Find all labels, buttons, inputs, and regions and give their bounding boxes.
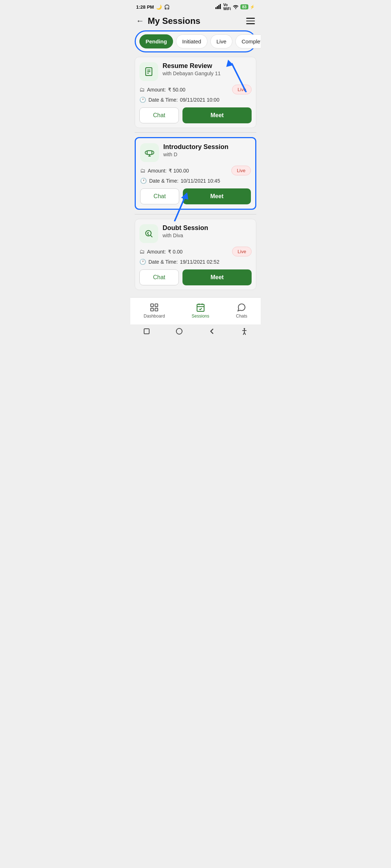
session-meta-amount-3: 🗂 Amount: ₹ 0.00 Live xyxy=(139,247,252,256)
amount-value-1: ₹ 50.00 xyxy=(168,87,185,93)
header: ← My Sessions xyxy=(130,12,261,30)
session-actions-1: Chat Meet xyxy=(139,107,252,123)
svg-rect-23 xyxy=(197,304,204,311)
status-badge-3: Live xyxy=(232,247,252,256)
svg-point-4 xyxy=(235,8,236,9)
session-subtitle-3: with Diva xyxy=(163,233,252,238)
dashboard-label: Dashboard xyxy=(144,314,165,319)
chat-button-1[interactable]: Chat xyxy=(139,107,179,123)
amount-icon-1: 🗂 xyxy=(139,86,145,93)
session-info-3: Doubt Session with Diva xyxy=(163,224,252,238)
meet-button-2[interactable]: Meet xyxy=(183,188,251,204)
datetime-icon-3: 🕐 xyxy=(139,259,146,265)
datetime-value-1: 09/11/2021 10:00 xyxy=(180,97,219,103)
session-actions-2: Chat Meet xyxy=(140,188,251,204)
svg-point-28 xyxy=(176,328,182,334)
datetime-value-2: 10/11/2021 10:45 xyxy=(181,178,220,184)
time-display: 1:28 PM xyxy=(136,4,154,10)
headphone-icon: 🎧 xyxy=(164,4,170,10)
vo-wifi-label: VoWiFi xyxy=(223,3,231,11)
svg-point-18 xyxy=(148,235,148,235)
tabs-container: Pending Initiated Live Completed xyxy=(135,30,256,52)
amount-value-3: ₹ 0.00 xyxy=(168,249,182,255)
status-bar: 1:28 PM 🌙 🎧 VoWiFi 83 ⚡ xyxy=(130,0,261,12)
divider-2 xyxy=(135,214,256,214)
system-circle-button[interactable] xyxy=(175,327,183,335)
status-left: 1:28 PM 🌙 🎧 xyxy=(136,4,170,10)
signal-icon xyxy=(215,4,222,10)
session-card-1: Resume Review with Debayan Ganguly 11 🗂 … xyxy=(135,57,256,128)
svg-rect-3 xyxy=(220,4,221,9)
amount-icon-2: 🗂 xyxy=(140,167,146,174)
wifi-icon xyxy=(232,4,239,10)
tab-live[interactable]: Live xyxy=(210,34,233,48)
tab-pending[interactable]: Pending xyxy=(139,34,173,48)
nav-dashboard[interactable]: Dashboard xyxy=(136,301,172,320)
page-wrapper: 1:28 PM 🌙 🎧 VoWiFi 83 ⚡ ← My Sessions xyxy=(130,0,261,339)
session-icon-2 xyxy=(140,143,159,162)
session-info-2: Introductory Session with D xyxy=(163,143,251,157)
sessions-list: Resume Review with Debayan Ganguly 11 🗂 … xyxy=(130,57,261,294)
nav-sessions[interactable]: Sessions xyxy=(184,301,216,320)
session-subtitle-1: with Debayan Ganguly 11 xyxy=(163,71,252,76)
dashboard-icon xyxy=(150,303,159,312)
svg-rect-20 xyxy=(155,304,158,307)
svg-rect-19 xyxy=(151,304,154,307)
tab-completed[interactable]: Completed xyxy=(235,34,261,48)
datetime-label-2: Date & Time: xyxy=(149,178,178,184)
datetime-icon-1: 🕐 xyxy=(139,97,146,103)
datetime-row-3: 🕐 Date & Time: 19/11/2021 02:52 xyxy=(139,259,252,265)
session-header-1: Resume Review with Debayan Ganguly 11 xyxy=(139,62,252,81)
sessions-icon xyxy=(196,303,205,312)
system-back-button[interactable] xyxy=(208,327,216,335)
chat-button-2[interactable]: Chat xyxy=(140,188,179,204)
charging-icon: ⚡ xyxy=(250,5,255,9)
amount-row-3: 🗂 Amount: ₹ 0.00 xyxy=(139,248,182,255)
datetime-row-1: 🕐 Date & Time: 09/11/2021 10:00 xyxy=(139,97,252,103)
datetime-label-3: Date & Time: xyxy=(148,259,178,265)
session-title-3: Doubt Session xyxy=(163,224,252,232)
datetime-row-2: 🕐 Date & Time: 10/11/2021 10:45 xyxy=(140,178,251,184)
session-card-3: Doubt Session with Diva 🗂 Amount: ₹ 0.00… xyxy=(135,219,256,290)
header-left: ← My Sessions xyxy=(136,16,200,26)
session-meta-amount-2: 🗂 Amount: ₹ 100.00 Live xyxy=(140,166,251,175)
session-meta-amount-1: 🗂 Amount: ₹ 50.00 Live xyxy=(139,85,252,94)
amount-label-2: Amount: xyxy=(148,168,167,174)
session-title-1: Resume Review xyxy=(163,62,252,70)
divider-1 xyxy=(135,132,256,133)
svg-rect-21 xyxy=(151,308,154,311)
svg-rect-1 xyxy=(217,6,218,9)
menu-button[interactable] xyxy=(246,18,255,24)
amount-row-1: 🗂 Amount: ₹ 50.00 xyxy=(139,86,185,93)
amount-label-3: Amount: xyxy=(147,249,166,255)
amount-label-1: Amount: xyxy=(147,87,166,93)
tab-initiated[interactable]: Initiated xyxy=(176,34,207,48)
sessions-label: Sessions xyxy=(192,314,209,319)
battery-icon: 83 xyxy=(240,4,248,9)
status-badge-1: Live xyxy=(232,85,252,94)
system-accessibility-button[interactable] xyxy=(240,327,248,335)
page-title: My Sessions xyxy=(148,16,200,26)
svg-rect-27 xyxy=(144,329,149,334)
amount-value-2: ₹ 100.00 xyxy=(169,168,189,174)
nav-chats[interactable]: Chats xyxy=(229,301,255,320)
meet-button-1[interactable]: Meet xyxy=(182,107,252,123)
datetime-icon-2: 🕐 xyxy=(140,178,147,184)
svg-line-33 xyxy=(244,332,245,335)
status-right: VoWiFi 83 ⚡ xyxy=(215,3,255,11)
datetime-value-3: 19/11/2021 02:52 xyxy=(180,259,219,265)
moon-icon: 🌙 xyxy=(156,4,162,10)
meet-button-3[interactable]: Meet xyxy=(182,269,252,285)
session-card-2: Introductory Session with D 🗂 Amount: ₹ … xyxy=(135,137,256,210)
chats-label: Chats xyxy=(236,314,247,319)
chat-button-3[interactable]: Chat xyxy=(139,269,179,285)
session-info-1: Resume Review with Debayan Ganguly 11 xyxy=(163,62,252,76)
back-button[interactable]: ← xyxy=(136,16,144,26)
svg-rect-2 xyxy=(218,5,219,9)
session-icon-3 xyxy=(139,224,158,243)
svg-rect-0 xyxy=(215,7,216,9)
svg-rect-22 xyxy=(155,308,158,311)
system-square-button[interactable] xyxy=(143,327,151,335)
datetime-label-1: Date & Time: xyxy=(148,97,178,103)
session-header-2: Introductory Session with D xyxy=(140,143,251,162)
